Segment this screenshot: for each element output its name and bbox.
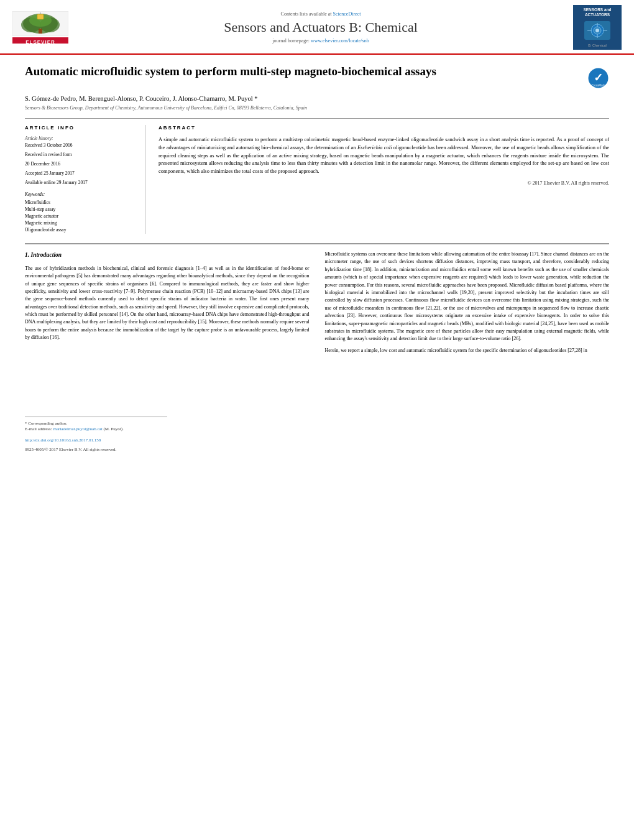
body-divider xyxy=(25,243,609,244)
journal-header-center: Contents lists available at ScienceDirec… xyxy=(68,11,573,44)
elsevier-text: ELSEVIER xyxy=(25,39,55,44)
svg-text:CrossMark: CrossMark xyxy=(592,84,606,87)
homepage-link[interactable]: www.elsevier.com/locate/snb xyxy=(311,38,369,44)
article-info-column: ARTICLE INFO Article history: Received 3… xyxy=(25,125,146,234)
abstract-text: A simple and automatic microfluidic syst… xyxy=(158,136,609,175)
journal-header: ELSEVIER Contents lists available at Sci… xyxy=(0,0,634,55)
footnotes-area: * Corresponding author. E-mail address: … xyxy=(25,417,310,453)
history-label: Article history: xyxy=(25,136,136,141)
footnote-corresponding: * Corresponding author. xyxy=(25,421,167,427)
intro-paragraph-1: The use of hybridization methods in bioc… xyxy=(25,265,310,342)
copyright-text: © 2017 Elsevier B.V. All rights reserved… xyxy=(158,180,609,186)
svg-rect-5 xyxy=(39,29,42,34)
received-revised-date: 20 December 2016 xyxy=(25,161,136,167)
svg-rect-6 xyxy=(37,14,44,19)
svg-text:✓: ✓ xyxy=(594,72,603,84)
crossmark-logo: ✓ CrossMark xyxy=(587,67,609,89)
elsevier-logo: ELSEVIER xyxy=(12,11,68,44)
abstract-title: ABSTRACT xyxy=(158,125,609,131)
received-revised-label: Received in revised form xyxy=(25,152,136,157)
body-col-right: Microfluidic systems can overcome these … xyxy=(325,251,610,453)
sciencedirect-link[interactable]: ScienceDirect xyxy=(333,11,361,17)
abstract-section: ABSTRACT A simple and automatic microflu… xyxy=(158,125,609,234)
keyword-2: Magnetic actuator xyxy=(25,213,136,219)
journal-title: Sensors and Actuators B: Chemical xyxy=(81,19,561,35)
info-abstract-section: ARTICLE INFO Article history: Received 3… xyxy=(25,118,609,234)
article-info-title: ARTICLE INFO xyxy=(25,125,136,131)
keyword-3: Magnetic mixing xyxy=(25,220,136,226)
homepage-label: journal homepage: xyxy=(272,38,311,44)
accepted-date: Accepted 25 January 2017 xyxy=(25,170,136,176)
doi-issn-area: http://dx.doi.org/10.1016/j.snb.2017.01.… xyxy=(25,436,310,453)
elsevier-logo-container: ELSEVIER xyxy=(12,11,68,44)
keyword-1: Multi-step assay xyxy=(25,206,136,212)
body-col-left: 1. Introduction The use of hybridization… xyxy=(25,251,310,453)
sensors-logo-icon-area xyxy=(584,21,610,40)
issn-text: 0925-4005/© 2017 Elsevier B.V. All right… xyxy=(25,446,310,453)
journal-homepage: journal homepage: www.elsevier.com/locat… xyxy=(81,38,561,44)
article-title: Automatic microfluidic system to perform… xyxy=(25,64,578,80)
elsevier-wordmark: ELSEVIER xyxy=(12,37,68,44)
sensors-icon-svg xyxy=(584,21,610,40)
keywords-label: Keywords: xyxy=(25,192,136,197)
elsevier-tree-svg xyxy=(12,11,68,36)
svg-point-10 xyxy=(595,29,599,32)
sciencedirect-line: Contents lists available at ScienceDirec… xyxy=(81,11,561,17)
affiliation-line: Sensors & Biosensors Group, Department o… xyxy=(25,105,609,111)
intro-paragraph-2: Microfluidic systems can overcome these … xyxy=(325,251,610,343)
sensors-actuators-logo: SENSORS and ACTUATORS B: Chemical xyxy=(573,5,622,50)
footnote-section: * Corresponding author. E-mail address: … xyxy=(25,417,167,433)
doi-link[interactable]: http://dx.doi.org/10.1016/j.snb.2017.01.… xyxy=(25,438,101,443)
keywords-section: Keywords: Microfluidics Multi-step assay… xyxy=(25,192,136,233)
page: ELSEVIER Contents lists available at Sci… xyxy=(0,0,634,840)
authors-line: S. Gómez-de Pedro, M. Berenguel-Alonso, … xyxy=(25,95,609,102)
article-content: Automatic microfluidic system to perform… xyxy=(0,55,634,465)
footnote-email-link[interactable]: mariadelmar.puyol@uab.cat xyxy=(53,427,103,432)
body-columns: 1. Introduction The use of hybridization… xyxy=(25,251,609,453)
contents-text: Contents lists available at xyxy=(281,11,333,17)
available-date: Available online 29 January 2017 xyxy=(25,180,136,185)
keyword-0: Microfluidics xyxy=(25,200,136,205)
intro-paragraph-3: Herein, we report a simple, low cost and… xyxy=(325,347,610,354)
sensors-logo-bottom-text: B: Chemical xyxy=(588,44,607,47)
section1-title: 1. Introduction xyxy=(25,251,310,260)
keyword-4: Oligonucleotide assay xyxy=(25,227,136,233)
received-date1: Received 3 October 2016 xyxy=(25,142,136,148)
sensors-logo-top-text: SENSORS and ACTUATORS xyxy=(583,7,611,18)
article-title-section: Automatic microfluidic system to perform… xyxy=(25,64,609,89)
footnote-email: E-mail address: mariadelmar.puyol@uab.ca… xyxy=(25,427,167,433)
